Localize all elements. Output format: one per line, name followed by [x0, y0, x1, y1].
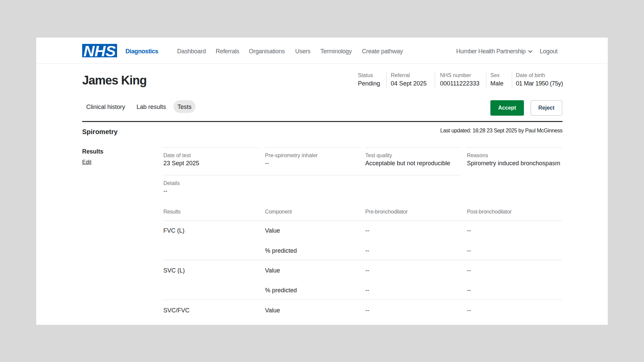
svg-text:NHS: NHS: [84, 44, 116, 57]
